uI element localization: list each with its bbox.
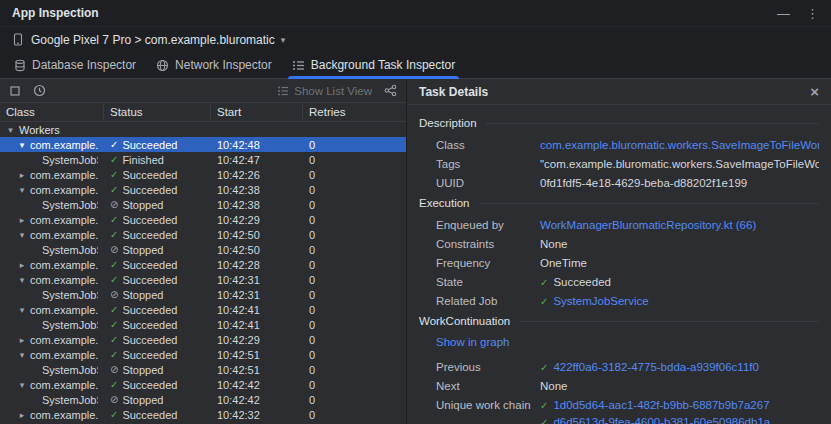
table-row[interactable]: ▾com.example.bl✓Succeeded10:42:410 xyxy=(0,302,406,317)
retries-count: 0 xyxy=(303,409,406,421)
table-row[interactable]: ▸com.example.bl✓Succeeded10:42:290 xyxy=(0,332,406,347)
worker-class-label: SystemJobS xyxy=(42,394,98,406)
retries-count: 0 xyxy=(303,169,406,181)
related-job-link[interactable]: SystemJobService xyxy=(553,294,648,309)
table-row[interactable]: SystemJobS⊘Stopped10:42:420 xyxy=(0,392,406,407)
status-label: Succeeded xyxy=(122,319,177,331)
table-row[interactable]: ▾com.example.bl✓Succeeded10:42:510 xyxy=(0,347,406,362)
table-row[interactable]: SystemJobS✓Finished10:42:470 xyxy=(0,152,406,167)
table-row[interactable]: ▾com.example.bl✓Succeeded10:42:480 xyxy=(0,137,406,152)
success-icon: ✓ xyxy=(540,294,548,309)
chevron-down-icon[interactable]: ▾ xyxy=(18,185,26,195)
worker-class-label: com.example.bl xyxy=(30,409,98,421)
status-label: Succeeded xyxy=(122,214,177,226)
work-id-link[interactable]: d6d5613d-9fea-4600-b381-60e50986db1a xyxy=(553,415,770,424)
success-icon: ✓ xyxy=(110,349,118,360)
chevron-down-icon[interactable]: ▾ xyxy=(6,125,15,135)
table-row[interactable]: SystemJobS⊘Stopped10:42:310 xyxy=(0,287,406,302)
table-row[interactable]: ▾com.example.bl✓Succeeded10:42:310 xyxy=(0,272,406,287)
table-row[interactable]: SystemJobS⊘Stopped10:42:500 xyxy=(0,242,406,257)
previous-work-id-link[interactable]: 422ff0a6-3182-4775-bdda-a939f06c11f0 xyxy=(553,360,758,375)
start-time: 10:42:41 xyxy=(211,319,303,331)
show-list-view-label: Show List View xyxy=(294,85,372,97)
task-details-body: Description Class com.example.bluromatic… xyxy=(407,105,831,424)
start-time: 10:42:38 xyxy=(211,184,303,196)
more-options-icon[interactable]: ⋮ xyxy=(806,7,819,20)
worker-class-label: SystemJobS xyxy=(42,364,98,376)
graph-view-icon[interactable] xyxy=(384,84,397,97)
stopped-icon: ⊘ xyxy=(110,244,118,255)
tab-background-task-inspector[interactable]: Background Task Inspector xyxy=(282,52,466,78)
chevron-right-icon[interactable]: ▸ xyxy=(18,410,26,420)
minimize-icon[interactable]: — xyxy=(777,7,790,20)
success-icon: ✓ xyxy=(110,169,118,180)
table-row[interactable]: ▾com.example.bl✓Succeeded10:42:500 xyxy=(0,227,406,242)
state-value: Succeeded xyxy=(553,275,611,290)
field-label: Frequency xyxy=(419,256,540,271)
table-row[interactable]: ▸com.example.bl✓Succeeded10:42:320 xyxy=(0,407,406,422)
retries-count: 0 xyxy=(303,304,406,316)
field-label: Next xyxy=(419,379,540,394)
start-time: 10:42:31 xyxy=(211,274,303,286)
table-row[interactable]: ▸com.example.bl✓Succeeded10:42:290 xyxy=(0,212,406,227)
status-label: Stopped xyxy=(122,244,163,256)
column-header-retries[interactable]: Retries xyxy=(303,103,406,121)
chevron-down-icon[interactable]: ▾ xyxy=(18,275,26,285)
task-table-panel: Show List View Class Status Start Retrie… xyxy=(0,79,407,424)
success-icon: ✓ xyxy=(540,415,548,424)
close-icon[interactable]: × xyxy=(810,84,819,99)
table-header: Class Status Start Retries xyxy=(0,103,406,122)
retries-count: 0 xyxy=(303,199,406,211)
success-icon: ✓ xyxy=(110,409,118,420)
worker-class-label: SystemJobS xyxy=(42,154,98,166)
table-row[interactable]: SystemJobS⊘Stopped10:42:380 xyxy=(0,197,406,212)
worker-class-link[interactable]: com.example.bluromatic.workers.SaveImage… xyxy=(540,138,819,153)
chain-item: ✓1d0d5d64-aac1-482f-b9bb-6887b9b7a267 xyxy=(540,398,770,413)
start-time: 10:42:51 xyxy=(211,364,303,376)
stop-inspector-icon[interactable] xyxy=(9,85,21,97)
start-time: 10:42:47 xyxy=(211,154,303,166)
success-icon: ✓ xyxy=(110,139,118,150)
table-row[interactable]: SystemJobS✓Succeeded10:42:410 xyxy=(0,317,406,332)
table-row[interactable]: ▾com.example.bl✓Succeeded10:42:380 xyxy=(0,182,406,197)
device-process-selector[interactable]: Google Pixel 7 Pro > com.example.bluroma… xyxy=(31,33,285,47)
chevron-right-icon[interactable]: ▸ xyxy=(18,335,26,345)
enqueued-by-link[interactable]: WorkManagerBluromaticRepository.kt (66) xyxy=(540,218,756,233)
workers-group-row[interactable]: ▾ Workers xyxy=(0,122,406,137)
tab-network-inspector[interactable]: Network Inspector xyxy=(146,52,282,78)
section-title-label: Execution xyxy=(419,197,470,209)
start-time: 10:42:42 xyxy=(211,394,303,406)
worker-class-label: com.example.bl xyxy=(30,349,98,361)
chevron-right-icon[interactable]: ▸ xyxy=(18,215,26,225)
status-label: Stopped xyxy=(122,364,163,376)
start-time: 10:42:41 xyxy=(211,304,303,316)
retries-count: 0 xyxy=(303,379,406,391)
start-time: 10:42:48 xyxy=(211,139,303,151)
section-description: Description xyxy=(419,117,819,129)
chevron-right-icon[interactable]: ▸ xyxy=(18,170,26,180)
column-header-class[interactable]: Class xyxy=(0,103,104,121)
table-row[interactable]: ▸com.example.bl✓Succeeded10:42:260 xyxy=(0,167,406,182)
detail-row: Unique work chain ✓1d0d5d64-aac1-482f-b9… xyxy=(419,398,819,424)
chevron-down-icon[interactable]: ▾ xyxy=(18,305,26,315)
retries-count: 0 xyxy=(303,394,406,406)
column-header-status[interactable]: Status xyxy=(104,103,211,121)
chevron-down-icon[interactable]: ▾ xyxy=(18,350,26,360)
chevron-down-icon[interactable]: ▾ xyxy=(18,380,26,390)
table-row[interactable]: SystemJobS⊘Stopped10:42:510 xyxy=(0,362,406,377)
tab-database-inspector[interactable]: Database Inspector xyxy=(4,52,146,78)
table-row[interactable]: ▾com.example.bl✓Succeeded10:42:420 xyxy=(0,377,406,392)
chevron-right-icon[interactable]: ▸ xyxy=(18,260,26,270)
show-list-view-button[interactable]: Show List View xyxy=(277,85,372,97)
chevron-down-icon[interactable]: ▾ xyxy=(18,140,26,150)
field-label: UUID xyxy=(419,176,540,191)
chevron-down-icon[interactable]: ▾ xyxy=(18,230,26,240)
table-row[interactable]: ▸com.example.bl✓Succeeded10:42:280 xyxy=(0,257,406,272)
success-icon: ✓ xyxy=(110,304,118,315)
start-time: 10:42:31 xyxy=(211,289,303,301)
show-in-graph-link[interactable]: Show in graph xyxy=(436,336,510,348)
work-id-link[interactable]: 1d0d5d64-aac1-482f-b9bb-6887b9b7a267 xyxy=(553,398,769,413)
column-header-start[interactable]: Start xyxy=(211,103,303,121)
clock-icon[interactable] xyxy=(33,84,46,97)
detail-row: Tags "com.example.bluromatic.workers.Sav… xyxy=(419,157,819,172)
